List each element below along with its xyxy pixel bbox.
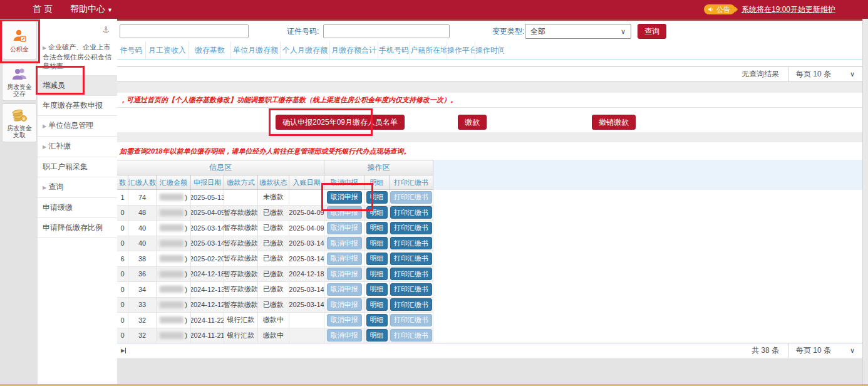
print-remittance-button[interactable]: 打印汇缴书 [390,191,432,204]
print-remittance-button[interactable]: 打印汇缴书 [390,329,432,342]
print-remittance-button[interactable]: 打印汇缴书 [390,237,432,249]
detail-button[interactable]: 明细 [366,222,388,234]
scrollbar-track[interactable] [862,19,868,386]
cell-entry-date: 2025-03-14 [289,282,324,298]
detail-button[interactable]: 明细 [366,253,388,265]
detail-button[interactable]: 明细 [366,206,388,219]
print-remittance-button[interactable]: 打印汇缴书 [390,283,432,296]
cell-detail: 明细 [364,328,390,344]
cell-amount: ) [157,221,191,236]
print-remittance-button[interactable]: 打印汇缴书 [390,253,432,265]
cell-pay-method: 银行汇款 [224,313,258,328]
sidebar-item-hukou-collect[interactable]: 职工户籍采集 [38,157,117,177]
col-people: 汇缴人数 [128,175,157,190]
cell-pay-status: 已缴款 [258,251,289,267]
cell-pay-method: 暂存款缴款 [224,282,258,298]
cancel-declare-button[interactable]: 取消申报 [327,191,362,204]
name-input[interactable] [120,24,249,38]
print-remittance-button[interactable]: 打印汇缴书 [390,268,432,280]
detail-button[interactable]: 明细 [366,191,388,204]
sidebar-item-apply-lower-ratio[interactable]: 申请降低缴存比例 [38,218,117,238]
page-size-select[interactable]: 每页 10 条 ∨ [788,67,862,81]
print-remittance-button[interactable]: 打印汇缴书 [390,314,432,326]
sidebar-item-apply-defer[interactable]: 申请缓缴 [38,198,117,218]
rail-item-fanggai-deposit[interactable]: 房改资金交存 [2,62,37,101]
cell-people: 36 [128,267,157,283]
rail-item-label: 房改资金支取 [7,125,32,138]
cell-pay-method: 暂存款缴款 [224,236,258,252]
cell-declare-date: 2025-03-14 [191,221,224,236]
cell-amount: ) [157,190,191,206]
cell-pay-status: 未缴款 [258,190,289,206]
table-row: 0 34 ) 2024-12-13 暂存款缴款 已缴款 2025-03-14 取… [117,282,433,298]
detail-button[interactable]: 明细 [366,237,388,249]
cancel-declare-button[interactable]: 取消申报 [327,283,362,296]
nav-home[interactable]: 首 页 [33,4,53,15]
rail-item-gongjijin[interactable]: 公积金 [2,21,37,60]
print-remittance-button[interactable]: 打印汇缴书 [390,206,432,219]
pay-button[interactable]: 缴款 [458,115,487,130]
nav-help-center[interactable]: 帮助中心▼ [70,4,113,15]
print-remittance-button[interactable]: 打印汇缴书 [390,222,432,234]
cancel-declare-button[interactable]: 取消申报 [327,314,362,326]
query-button[interactable]: 查询 [638,24,666,39]
no-result-text: 无查询结果 [741,69,779,80]
table-body: 1 74 ) 2025-05-13 未缴款 取消申报 明细 打印汇缴书 0 48… [117,190,433,343]
cell-pay-status: 缴款中 [258,313,289,328]
table-row: 0 33 ) 2024-12-12 暂存款缴款 已缴款 2025-03-14 取… [117,298,433,313]
detail-button[interactable]: 明细 [366,314,388,326]
anchor-pin-icon[interactable]: ⚓ [102,25,110,34]
arrow-right-icon: ▶ [43,185,46,190]
detail-button[interactable]: 明细 [366,329,388,342]
sidebar-item-huibujiao[interactable]: ▶汇补缴 [38,137,117,157]
cancel-declare-button[interactable]: 取消申报 [327,329,362,342]
cell-detail: 明细 [364,236,390,252]
scroll-end-icon[interactable]: ▶ [121,348,126,353]
chevron-down-icon: ∨ [850,347,855,355]
cell-declare-date: 2024-12-12 [191,298,224,313]
cancel-pay-button[interactable]: 撤销缴款 [592,115,636,130]
page-size-select[interactable]: 每页 10 条 ∨ [788,343,862,358]
cell-cancel: 取消申报 [324,190,364,206]
cancel-declare-button[interactable]: 取消申报 [327,268,362,280]
cell-detail: 明细 [364,313,390,328]
cell-people: 34 [128,282,157,298]
cancel-declare-button[interactable]: 取消申报 [327,298,362,311]
cell-amount: ) [157,236,191,252]
cancel-declare-button[interactable]: 取消申报 [327,206,362,219]
redacted-amount [160,316,183,323]
redacted-amount [160,332,183,339]
cert-number-input[interactable] [323,24,450,38]
page: 首 页 帮助中心▼ 公告 系统将在19:00开始更新维护 公积金 [0,0,868,386]
col-pay-status: 缴款状态 [258,175,289,190]
redacted-amount [160,301,183,308]
table-row: 6 38 ) 2025-02-20 暂存款缴款 已缴款 2025-03-14 取… [117,251,433,267]
sidebar-menu: ⚓ ▶企业破产、企业上市合法合规住房公积金信息核查 增减员 年度缴存基数申报 ▶… [38,19,118,386]
col-pay-method: 缴款方式 [224,175,258,190]
cell-pay-method [224,190,258,206]
sidebar-item-zengjianyuan[interactable]: 增减员 [38,76,117,96]
detail-button[interactable]: 明细 [366,298,388,311]
cancel-declare-button[interactable]: 取消申报 [327,237,362,249]
cell-cancel: 取消申报 [324,221,364,236]
sidebar-item-annual-base[interactable]: 年度缴存基数申报 [38,96,117,116]
confirm-declare-button[interactable]: 确认申报2025年09月缴存人员名单 [276,115,405,130]
cancel-declare-button[interactable]: 取消申报 [327,222,362,234]
detail-button[interactable]: 明细 [366,268,388,280]
detail-button[interactable]: 明细 [366,283,388,296]
redacted-amount [160,209,183,216]
cancel-declare-button[interactable]: 取消申报 [327,253,362,265]
print-remittance-button[interactable]: 打印汇缴书 [390,298,432,311]
rail-item-fanggai-withdraw[interactable]: ¥ 房改资金支取 [2,103,37,142]
sidebar-item-enterprise-check[interactable]: ▶企业破产、企业上市合法合规住房公积金信息核查 [38,38,117,76]
sidebar-item-query[interactable]: ▶查询 [38,177,117,198]
maintenance-notice-link[interactable]: 系统将在19:00开始更新维护 [741,4,835,15]
cell-cancel: 取消申报 [324,236,364,252]
cell-pay-method: 暂存款缴款 [224,267,258,283]
person-edit-icon [11,28,28,44]
cell-pay-method: 暂存款缴款 [224,298,258,313]
cell-pay-status: 已缴款 [258,221,289,236]
change-type-select[interactable]: 全部 ∨ [525,24,631,39]
sidebar-item-unit-info[interactable]: ▶单位信息管理 [38,116,117,137]
cell-print: 打印汇缴书 [390,282,433,298]
